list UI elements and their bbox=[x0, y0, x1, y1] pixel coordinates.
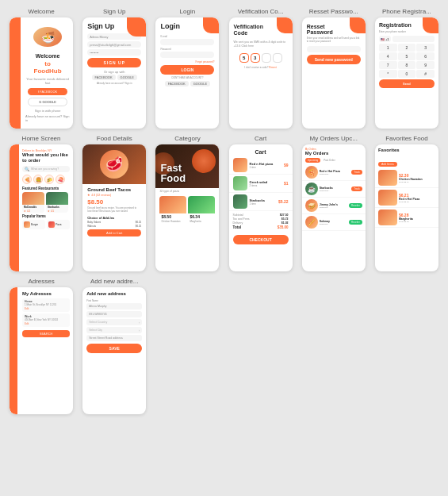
restaurant-card-1[interactable]: McDonalds ★ 4.2 bbox=[22, 192, 44, 213]
welcome-phone-link[interactable]: Sign in with phone bbox=[35, 109, 61, 113]
empty-cell-1 bbox=[154, 278, 220, 414]
category-sushi-icon[interactable]: 🍣 bbox=[56, 175, 65, 184]
orders-screen: My Orders My Orders Upcoming Past Order … bbox=[302, 144, 366, 271]
keypad-3[interactable]: 3 bbox=[416, 44, 435, 52]
restaurant-card-1-rating: ★ 4.2 bbox=[22, 210, 44, 213]
phone-number-input[interactable] bbox=[392, 36, 435, 42]
addresses-content: My Adresses Home 1 Main St, Brooklyn NY … bbox=[19, 287, 73, 341]
signup-label: Sign Up bbox=[81, 8, 147, 15]
reset-sub: Enter your email address and we'll send … bbox=[307, 37, 361, 43]
new-addr-phone-input[interactable]: 891-W8B3745 bbox=[86, 311, 142, 317]
checkout-button[interactable]: CHECKOUT bbox=[233, 235, 289, 244]
verify-resend-link[interactable]: Resent bbox=[269, 66, 277, 69]
phone-orange-corner bbox=[423, 17, 438, 33]
cart-item-3-info: Starbucks 1 item bbox=[250, 198, 276, 206]
order-reorder-button-1[interactable]: Reorder bbox=[349, 203, 362, 208]
verify-box-2[interactable]: 3 bbox=[251, 53, 260, 63]
fav-item-1-sub: From $8.21 bbox=[399, 181, 435, 183]
cart-delivery-row: Delivery $1.02 bbox=[233, 221, 289, 225]
google-signin-button[interactable]: G GOOGLE bbox=[28, 98, 67, 106]
verify-box-4[interactable] bbox=[273, 53, 282, 63]
welcome-already-link[interactable]: Already have an account? Sign in bbox=[25, 114, 70, 122]
cart-totals: Subtotal $27.50 Tax and Fees $5.72 Deliv… bbox=[229, 211, 293, 233]
new-addr-fname-input[interactable]: Ailena Murphy bbox=[86, 303, 142, 310]
reset-submit-button[interactable]: Send new password bbox=[307, 55, 361, 64]
new-addr-country-select[interactable]: Select Country › bbox=[86, 319, 142, 325]
keypad-star[interactable]: * bbox=[379, 70, 397, 78]
favorites-screen-wrapper: Favorites Food Favorites Add Items $2.30… bbox=[373, 135, 440, 271]
cart-subtotal-label: Subtotal bbox=[233, 213, 243, 217]
welcome-orange-bar bbox=[10, 17, 21, 129]
keypad-7[interactable]: 7 bbox=[379, 61, 397, 69]
order-track-button-2[interactable]: Track bbox=[351, 186, 362, 191]
signup-google-button[interactable]: GOOGLE bbox=[117, 75, 137, 80]
signup-button[interactable]: SIGN UP bbox=[87, 58, 141, 67]
orders-section-label: My Orders bbox=[302, 144, 366, 151]
verify-box-1[interactable]: 5 bbox=[239, 53, 249, 63]
restaurant-cards: McDonalds ★ 4.2 Starbucks ★ 4.5 bbox=[22, 192, 70, 213]
cart-item-3-price: $5.22 bbox=[278, 199, 289, 204]
signup-facebook-button[interactable]: FACEBOOK bbox=[92, 75, 116, 80]
address-edit-2[interactable]: Edit bbox=[25, 322, 67, 325]
restaurant-card-2[interactable]: Starbucks ★ 4.5 bbox=[46, 192, 68, 213]
phone-keypad: 1 2 3 4 5 6 7 8 9 * 0 # bbox=[379, 44, 435, 78]
login-button[interactable]: LOGIN bbox=[160, 65, 214, 75]
signup-email-input[interactable]: press@studiolgh@gmail.com bbox=[87, 41, 141, 48]
keypad-5[interactable]: 5 bbox=[398, 52, 416, 60]
order-item-3: 🥪 Jimmy John's Delivered Reorder bbox=[302, 198, 366, 214]
login-forgot-link[interactable]: Forgot password? bbox=[160, 60, 214, 63]
category-taco-icon[interactable]: 🌮 bbox=[44, 175, 54, 184]
category-pizza-icon[interactable]: 🍕 bbox=[22, 175, 32, 184]
new-address-save-button[interactable]: SAVE bbox=[86, 344, 142, 353]
new-addr-city-select[interactable]: Select City › bbox=[86, 327, 142, 333]
order-tab-upcoming[interactable]: Upcoming bbox=[305, 158, 321, 163]
login-google-button[interactable]: GOOGLE bbox=[190, 81, 210, 87]
keypad-0[interactable]: 0 bbox=[398, 70, 416, 78]
fav-item-2-info: $6.21 Red n Hot Pizza From $8.00 bbox=[399, 193, 435, 203]
keypad-4[interactable]: 4 bbox=[379, 52, 397, 60]
home-search-bar[interactable]: 🔍 What are you craving? bbox=[22, 166, 70, 172]
new-address-screen: Add new address First Name Ailena Murphy… bbox=[82, 287, 146, 414]
keypad-8[interactable]: 8 bbox=[398, 61, 416, 69]
address-edit-1[interactable]: Edit bbox=[25, 307, 67, 310]
addresses-search-button[interactable]: SEARCH bbox=[22, 330, 70, 337]
reset-email-input[interactable] bbox=[307, 46, 361, 52]
login-email-input[interactable] bbox=[160, 39, 214, 45]
add-to-cart-button[interactable]: Add to Cart bbox=[87, 229, 141, 236]
login-facebook-button[interactable]: FACEBOOK bbox=[165, 81, 189, 87]
cart-item-2-info: Greek salad 2 items bbox=[250, 180, 281, 187]
order-reorder-button-2[interactable]: Reorder bbox=[349, 220, 362, 225]
restaurant-card-2-rating: ★ 4.5 bbox=[46, 210, 68, 213]
cart-item-2-price: $1 bbox=[284, 181, 289, 186]
reset-screen: RessetPassword Enter your email address … bbox=[302, 17, 366, 129]
new-addr-street-input[interactable]: Street Street Road address bbox=[86, 335, 142, 341]
category-item-1[interactable]: $8.50 Chicken Hawaiian bbox=[159, 196, 186, 224]
cart-item-1: Red n Hot pizza 1 item $9 bbox=[229, 156, 293, 175]
facebook-signin-button[interactable]: f FACEBOOK bbox=[28, 88, 67, 95]
login-password-input[interactable] bbox=[160, 52, 214, 58]
order-tab-past[interactable]: Past Order bbox=[321, 158, 338, 163]
cart-item-1-image bbox=[233, 158, 247, 172]
keypad-2[interactable]: 2 bbox=[398, 44, 416, 52]
signup-password-input[interactable]: •••••••• bbox=[87, 49, 141, 56]
popular-item-2[interactable]: Pizza bbox=[47, 220, 70, 229]
keypad-hash[interactable]: # bbox=[416, 70, 435, 78]
order-track-button-1[interactable]: Track bbox=[351, 170, 362, 175]
category-item-2[interactable]: $6.34 Margherita bbox=[188, 196, 215, 224]
popular-item-1[interactable]: Burger bbox=[22, 220, 45, 229]
addresses-screen-wrapper: Adresses My Adresses Home 1 Main St, Bro… bbox=[8, 278, 75, 414]
keypad-6[interactable]: 6 bbox=[416, 52, 435, 60]
verify-box-3[interactable] bbox=[262, 53, 271, 63]
order-item-4-image: 🥖 bbox=[305, 216, 318, 229]
keypad-9[interactable]: 9 bbox=[416, 61, 435, 69]
favorites-add-button[interactable]: Add Items bbox=[378, 162, 397, 167]
orders-label: My Orders Upc... bbox=[301, 135, 367, 142]
fav-item-3-image bbox=[378, 210, 397, 225]
category-burger-icon[interactable]: 🍔 bbox=[33, 175, 43, 184]
chevron-down-icon: › bbox=[139, 321, 140, 325]
keypad-1[interactable]: 1 bbox=[379, 44, 397, 52]
cart-item-3-image bbox=[233, 194, 247, 209]
order-item-2-image: ☕ bbox=[305, 183, 318, 195]
phone-send-button[interactable]: Send bbox=[379, 79, 435, 88]
phone-flag[interactable]: 🇺🇸 +1 bbox=[379, 36, 391, 42]
